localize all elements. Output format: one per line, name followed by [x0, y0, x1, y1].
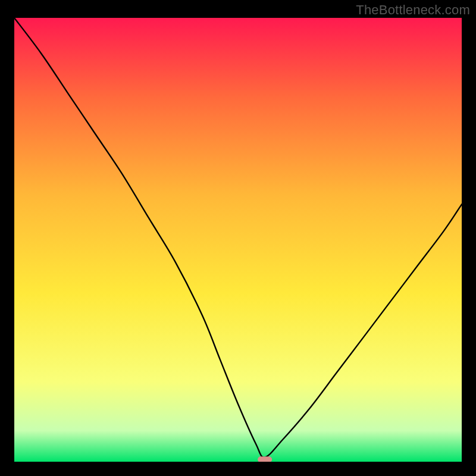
- bottleneck-chart: [14, 18, 462, 462]
- chart-frame: TheBottleneck.com: [0, 0, 476, 476]
- watermark-text: TheBottleneck.com: [356, 2, 470, 18]
- highlight-marker: [258, 456, 272, 462]
- gradient-background: [14, 18, 462, 462]
- plot-area: [14, 18, 462, 462]
